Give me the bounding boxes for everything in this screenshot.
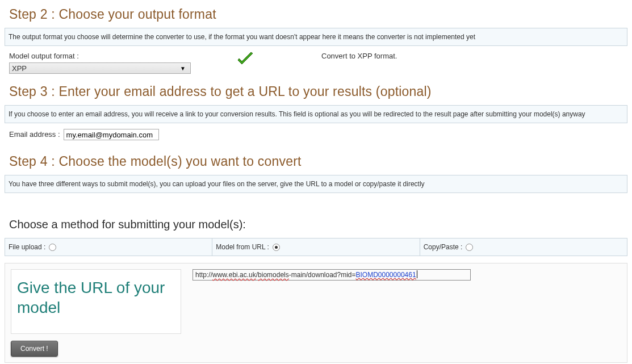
step2-note: Convert to XPP format. xyxy=(321,52,623,60)
step3-info: If you choose to enter an email address,… xyxy=(5,105,627,123)
output-format-value: XPP xyxy=(12,64,27,73)
step2-format-cell: Model output format : XPP ▼ xyxy=(9,52,236,74)
radio-copy-paste[interactable] xyxy=(466,244,473,251)
email-label: Email address : xyxy=(9,129,60,139)
output-format-select[interactable]: XPP ▼ xyxy=(9,62,191,74)
step3-title: Step 3 : Enter your email address to get… xyxy=(9,84,623,99)
method-bar: File upload : Model from URL : Copy/Past… xyxy=(5,238,627,256)
model-url-value: http://www.ebi.ac.uk/biomodels-main/down… xyxy=(195,271,417,279)
url-panel-right: http://www.ebi.ac.uk/biomodels-main/down… xyxy=(192,269,471,281)
text-caret-icon xyxy=(417,270,417,278)
radio-file-upload[interactable] xyxy=(49,244,56,251)
url-panel: Give the URL of your model http://www.eb… xyxy=(5,263,627,363)
convert-button[interactable]: Convert ! xyxy=(11,341,58,357)
model-url-input[interactable]: http://www.ebi.ac.uk/biomodels-main/down… xyxy=(192,269,471,281)
step2-info: The output format you choose will determ… xyxy=(5,28,627,46)
step2-row: Model output format : XPP ▼ Convert to X… xyxy=(9,52,623,74)
email-input[interactable] xyxy=(64,129,159,140)
step2-check-cell xyxy=(236,52,321,69)
chevron-down-icon: ▼ xyxy=(180,65,186,72)
method-from-url[interactable]: Model from URL : xyxy=(212,239,420,256)
method-from-url-label: Model from URL : xyxy=(216,243,269,251)
step3-row: Email address : xyxy=(9,129,623,140)
step4-info: You have three different ways to submit … xyxy=(5,175,627,193)
radio-from-url[interactable] xyxy=(273,244,280,251)
method-file-upload-label: File upload : xyxy=(9,243,45,251)
method-copy-paste[interactable]: Copy/Paste : xyxy=(420,239,627,256)
url-panel-title: Give the URL of your model xyxy=(17,278,175,317)
method-file-upload[interactable]: File upload : xyxy=(5,239,212,256)
step2-title: Step 2 : Choose your output format xyxy=(9,7,623,22)
step4-title: Step 4 : Choose the model(s) you want to… xyxy=(9,154,623,169)
method-title: Choose a method for submitting your mode… xyxy=(9,218,623,231)
url-panel-left: Give the URL of your model xyxy=(11,269,181,334)
method-copy-paste-label: Copy/Paste : xyxy=(424,243,463,251)
check-valid-icon xyxy=(236,52,254,69)
output-format-label: Model output format : xyxy=(9,52,236,60)
